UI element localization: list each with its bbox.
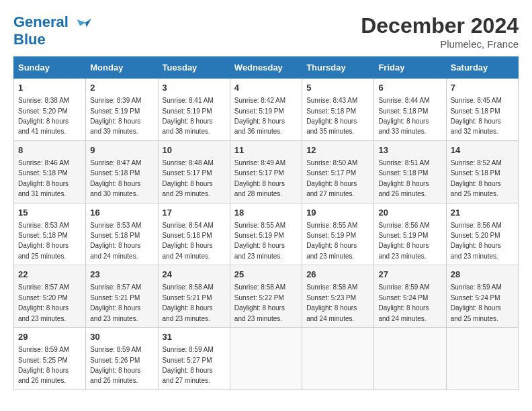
calendar-cell: 5 Sunrise: 8:43 AMSunset: 5:18 PMDayligh… [302,79,374,141]
calendar-cell: 6 Sunrise: 8:44 AMSunset: 5:18 PMDayligh… [374,79,446,141]
calendar-cell: 1 Sunrise: 8:38 AMSunset: 5:20 PMDayligh… [14,79,86,141]
day-number: 12 [306,144,369,156]
calendar-cell: 22 Sunrise: 8:57 AMSunset: 5:20 PMDaylig… [14,265,86,328]
day-info: Sunrise: 8:57 AMSunset: 5:21 PMDaylight:… [90,283,141,322]
week-row-3: 15 Sunrise: 8:53 AMSunset: 5:18 PMDaylig… [14,203,519,265]
calendar-cell: 23 Sunrise: 8:57 AMSunset: 5:21 PMDaylig… [86,265,158,328]
day-info: Sunrise: 8:44 AMSunset: 5:18 PMDaylight:… [378,97,429,135]
calendar-cell: 14 Sunrise: 8:52 AMSunset: 5:18 PMDaylig… [446,140,518,203]
day-info: Sunrise: 8:54 AMSunset: 5:18 PMDaylight:… [163,222,214,260]
day-info: Sunrise: 8:45 AMSunset: 5:18 PMDaylight:… [451,97,502,135]
calendar-cell: 30 Sunrise: 8:59 AMSunset: 5:26 PMDaylig… [86,328,158,390]
calendar-cell: 11 Sunrise: 8:49 AMSunset: 5:17 PMDaylig… [230,140,302,203]
day-number: 26 [306,269,369,281]
day-info: Sunrise: 8:38 AMSunset: 5:20 PMDaylight:… [18,97,69,135]
day-number: 3 [163,82,226,94]
logo-text: General [13,13,93,32]
calendar-cell: 3 Sunrise: 8:41 AMSunset: 5:19 PMDayligh… [158,79,230,141]
day-info: Sunrise: 8:53 AMSunset: 5:18 PMDaylight:… [18,222,69,260]
logo: General Blue [13,13,93,47]
logo-general: General [13,13,69,30]
page-header: General Blue December 2024 Plumelec, Fra… [13,13,519,50]
calendar-cell: 29 Sunrise: 8:59 AMSunset: 5:25 PMDaylig… [14,328,86,390]
calendar-table: SundayMondayTuesdayWednesdayThursdayFrid… [13,56,519,390]
day-info: Sunrise: 8:55 AMSunset: 5:19 PMDaylight:… [234,222,285,260]
title-block: December 2024 Plumelec, France [361,13,519,50]
calendar-cell: 25 Sunrise: 8:58 AMSunset: 5:22 PMDaylig… [230,265,302,328]
calendar-cell [446,328,518,390]
day-number: 8 [18,144,81,156]
calendar-header-row: SundayMondayTuesdayWednesdayThursdayFrid… [14,57,519,79]
logo-bird-icon [74,13,93,32]
calendar-cell [302,328,374,390]
calendar-cell: 20 Sunrise: 8:56 AMSunset: 5:19 PMDaylig… [374,203,446,265]
day-number: 4 [234,82,298,94]
logo-blue: Blue [13,32,93,47]
day-info: Sunrise: 8:42 AMSunset: 5:19 PMDaylight:… [234,97,285,135]
week-row-4: 22 Sunrise: 8:57 AMSunset: 5:20 PMDaylig… [14,265,519,328]
week-row-2: 8 Sunrise: 8:46 AMSunset: 5:18 PMDayligh… [14,140,519,203]
day-number: 24 [163,269,226,281]
day-number: 29 [18,331,81,343]
day-info: Sunrise: 8:59 AMSunset: 5:26 PMDaylight:… [90,346,141,384]
day-info: Sunrise: 8:39 AMSunset: 5:19 PMDaylight:… [90,97,141,135]
calendar-cell [230,328,302,390]
calendar-cell [374,328,446,390]
day-number: 27 [378,269,441,281]
day-info: Sunrise: 8:59 AMSunset: 5:25 PMDaylight:… [18,346,69,384]
day-number: 2 [90,82,153,94]
calendar-cell: 2 Sunrise: 8:39 AMSunset: 5:19 PMDayligh… [86,79,158,141]
day-info: Sunrise: 8:46 AMSunset: 5:18 PMDaylight:… [18,159,69,197]
calendar-cell: 9 Sunrise: 8:47 AMSunset: 5:18 PMDayligh… [86,140,158,203]
day-info: Sunrise: 8:47 AMSunset: 5:18 PMDaylight:… [90,159,141,197]
column-header-sunday: Sunday [14,57,86,79]
day-number: 30 [90,331,153,343]
day-number: 13 [378,144,441,156]
calendar-cell: 17 Sunrise: 8:54 AMSunset: 5:18 PMDaylig… [158,203,230,265]
day-info: Sunrise: 8:59 AMSunset: 5:27 PMDaylight:… [163,346,214,384]
day-info: Sunrise: 8:59 AMSunset: 5:24 PMDaylight:… [378,283,429,322]
column-header-thursday: Thursday [302,57,374,79]
day-number: 15 [18,207,81,219]
day-info: Sunrise: 8:58 AMSunset: 5:23 PMDaylight:… [306,283,357,322]
calendar-cell: 7 Sunrise: 8:45 AMSunset: 5:18 PMDayligh… [446,79,518,141]
day-info: Sunrise: 8:43 AMSunset: 5:18 PMDaylight:… [306,97,357,135]
calendar-cell: 12 Sunrise: 8:50 AMSunset: 5:17 PMDaylig… [302,140,374,203]
calendar-cell: 18 Sunrise: 8:55 AMSunset: 5:19 PMDaylig… [230,203,302,265]
day-number: 7 [451,82,514,94]
calendar-cell: 10 Sunrise: 8:48 AMSunset: 5:17 PMDaylig… [158,140,230,203]
day-number: 20 [378,207,441,219]
column-header-monday: Monday [86,57,158,79]
day-info: Sunrise: 8:56 AMSunset: 5:19 PMDaylight:… [378,222,429,260]
calendar-cell: 27 Sunrise: 8:59 AMSunset: 5:24 PMDaylig… [374,265,446,328]
location: Plumelec, France [361,38,519,50]
calendar-cell: 21 Sunrise: 8:56 AMSunset: 5:20 PMDaylig… [446,203,518,265]
calendar-cell: 28 Sunrise: 8:59 AMSunset: 5:24 PMDaylig… [446,265,518,328]
calendar-cell: 15 Sunrise: 8:53 AMSunset: 5:18 PMDaylig… [14,203,86,265]
day-info: Sunrise: 8:53 AMSunset: 5:18 PMDaylight:… [90,222,141,260]
day-number: 14 [451,144,514,156]
day-number: 28 [451,269,514,281]
day-number: 9 [90,144,153,156]
day-number: 16 [90,207,153,219]
calendar-cell: 31 Sunrise: 8:59 AMSunset: 5:27 PMDaylig… [158,328,230,390]
day-number: 22 [18,269,81,281]
week-row-1: 1 Sunrise: 8:38 AMSunset: 5:20 PMDayligh… [14,79,519,141]
day-number: 31 [163,331,226,343]
day-info: Sunrise: 8:51 AMSunset: 5:18 PMDaylight:… [378,159,429,197]
day-number: 11 [234,144,298,156]
day-number: 6 [378,82,441,94]
day-info: Sunrise: 8:58 AMSunset: 5:21 PMDaylight:… [163,283,214,322]
day-number: 5 [306,82,369,94]
day-number: 19 [306,207,369,219]
column-header-tuesday: Tuesday [158,57,230,79]
day-info: Sunrise: 8:55 AMSunset: 5:19 PMDaylight:… [306,222,357,260]
column-header-saturday: Saturday [446,57,518,79]
calendar-cell: 26 Sunrise: 8:58 AMSunset: 5:23 PMDaylig… [302,265,374,328]
day-number: 25 [234,269,298,281]
day-info: Sunrise: 8:56 AMSunset: 5:20 PMDaylight:… [451,222,502,260]
day-info: Sunrise: 8:50 AMSunset: 5:17 PMDaylight:… [306,159,357,197]
column-header-wednesday: Wednesday [230,57,302,79]
day-info: Sunrise: 8:59 AMSunset: 5:24 PMDaylight:… [451,283,502,322]
day-info: Sunrise: 8:48 AMSunset: 5:17 PMDaylight:… [163,159,214,197]
